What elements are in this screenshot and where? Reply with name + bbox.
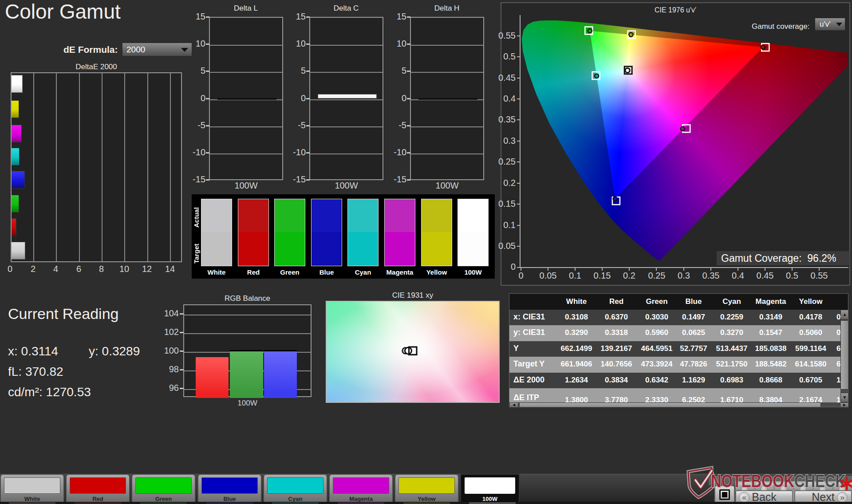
- svg-text:NOTEBOOK: NOTEBOOK: [711, 471, 794, 491]
- svg-text:CHECK: CHECK: [794, 471, 846, 491]
